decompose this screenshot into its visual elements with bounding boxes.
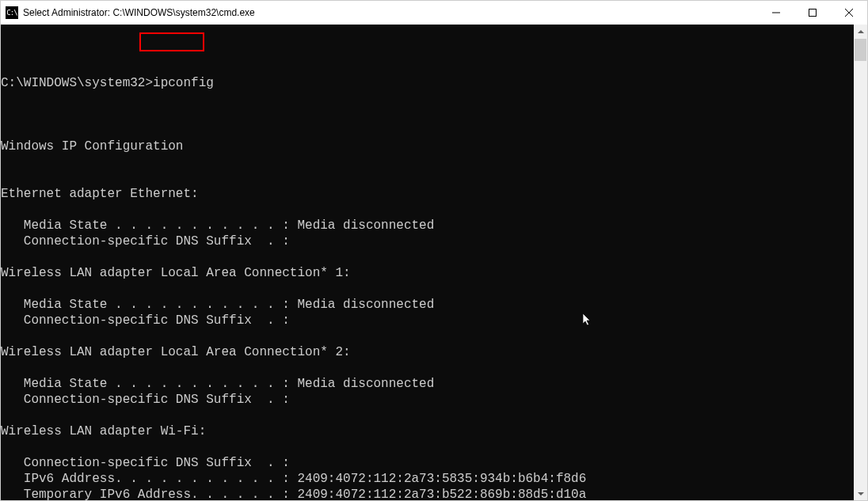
output-line: Wireless LAN adapter Wi-Fi:	[1, 423, 854, 439]
output-line	[1, 249, 854, 265]
output-line: Connection-specific DNS Suffix . :	[1, 233, 854, 249]
output-line: Media State . . . . . . . . . . . : Medi…	[1, 376, 854, 392]
output-line: Media State . . . . . . . . . . . : Medi…	[1, 297, 854, 313]
content-area: C:\WINDOWS\system32>ipconfig Windows IP …	[1, 25, 867, 500]
output-line	[1, 154, 854, 170]
terminal[interactable]: C:\WINDOWS\system32>ipconfig Windows IP …	[1, 25, 854, 500]
maximize-button[interactable]	[794, 1, 831, 25]
close-button[interactable]	[831, 1, 867, 25]
output-line: Wireless LAN adapter Local Area Connecti…	[1, 265, 854, 281]
output-line: Ethernet adapter Ethernet:	[1, 186, 854, 202]
terminal-output: Windows IP Configuration Ethernet adapte…	[1, 123, 854, 500]
output-line: Wireless LAN adapter Local Area Connecti…	[1, 344, 854, 360]
minimize-button[interactable]	[758, 1, 794, 25]
output-line	[1, 123, 854, 139]
output-line: Connection-specific DNS Suffix . :	[1, 313, 854, 328]
titlebar[interactable]: C:\ Select Administrator: C:\WINDOWS\sys…	[1, 1, 867, 25]
output-line: Connection-specific DNS Suffix . :	[1, 455, 854, 471]
output-line	[1, 170, 854, 186]
output-line	[1, 360, 854, 376]
highlight-annotation	[139, 32, 204, 51]
vertical-scrollbar[interactable]	[854, 25, 867, 500]
output-line	[1, 408, 854, 423]
prompt-line: C:\WINDOWS\system32>ipconfig	[1, 75, 854, 91]
output-line: IPv6 Address. . . . . . . . . . . : 2409…	[1, 471, 854, 487]
cmd-window: C:\ Select Administrator: C:\WINDOWS\sys…	[0, 0, 868, 501]
output-line: Media State . . . . . . . . . . . : Medi…	[1, 218, 854, 233]
scroll-up-button[interactable]	[854, 25, 867, 38]
output-line: Temporary IPv6 Address. . . . . . : 2409…	[1, 487, 854, 500]
cmd-icon: C:\	[6, 6, 18, 19]
command-text: ipconfig	[153, 76, 214, 90]
scroll-down-button[interactable]	[854, 487, 867, 500]
output-line: Connection-specific DNS Suffix . :	[1, 392, 854, 408]
output-line: Windows IP Configuration	[1, 139, 854, 154]
prompt-text: C:\WINDOWS\system32>	[1, 76, 153, 90]
svg-rect-1	[809, 9, 817, 17]
output-line	[1, 281, 854, 297]
output-line	[1, 328, 854, 344]
window-title: Select Administrator: C:\WINDOWS\system3…	[23, 7, 255, 18]
scroll-thumb[interactable]	[855, 39, 866, 61]
window-controls	[758, 1, 867, 25]
output-line	[1, 439, 854, 455]
output-line	[1, 202, 854, 218]
